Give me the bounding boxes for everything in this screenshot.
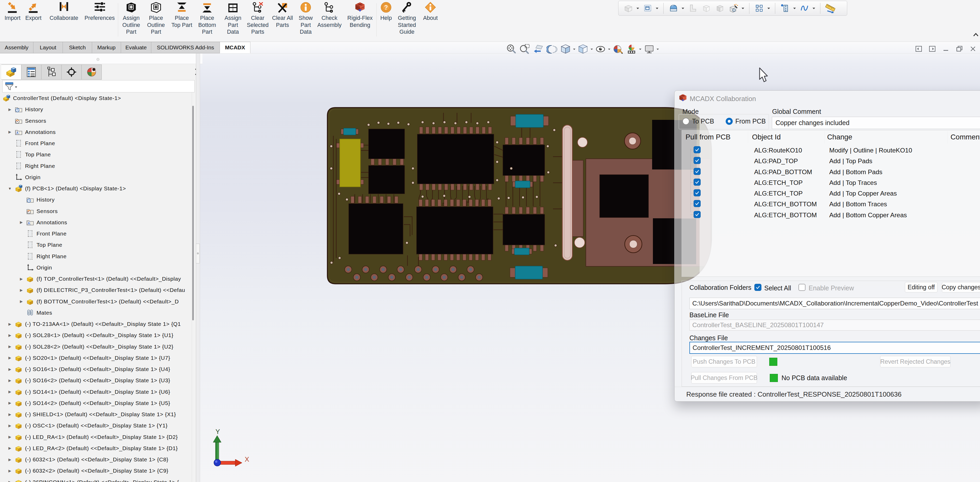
dropdown-caret-icon[interactable]	[572, 44, 576, 54]
column-header-pull-from-pcb[interactable]: Pull from PCB	[686, 133, 731, 141]
tree-item-pcb[interactable]: ▼ (f) PCB<1> (Default) <Display State-1>	[0, 183, 194, 194]
getting-started-guide-button[interactable]: Getting Started Guide	[395, 2, 420, 35]
copy-changes-button[interactable]: Copy changes	[942, 282, 980, 292]
select-all-checkbox[interactable]	[754, 284, 761, 291]
zoom-area-button[interactable]	[519, 44, 530, 54]
about-button[interactable]: About	[419, 2, 442, 22]
tree-expand-arrow[interactable]: ▶	[5, 389, 14, 394]
global-comment-field[interactable]: Copper changes included	[772, 117, 980, 129]
dropdown-caret-icon[interactable]	[654, 3, 660, 13]
tab-layout[interactable]: Layout	[33, 42, 63, 53]
tree-filter-bar[interactable]	[2, 80, 194, 93]
reference-geometry-button[interactable]	[780, 3, 790, 13]
tree-expand-arrow[interactable]: ▶	[5, 130, 14, 134]
restore-button[interactable]	[956, 45, 963, 53]
from-pcb-radio[interactable]: From PCB	[725, 118, 766, 125]
tree-expand-arrow[interactable]: ▼	[5, 187, 14, 191]
tree-expand-arrow[interactable]: ▶	[17, 220, 26, 224]
tree-expand-arrow[interactable]: ▶	[17, 288, 26, 292]
dimxpertmanager-tab[interactable]	[62, 64, 82, 80]
column-header-object-id[interactable]: Object Id	[752, 133, 781, 141]
measure-button[interactable]	[825, 3, 835, 13]
tree-item-dielectric[interactable]: ▶ (f) DIELECTRIC_P3_ControllerTest<1> (D…	[0, 284, 194, 295]
displaymanager-tab[interactable]	[82, 64, 102, 80]
tab-markup[interactable]: Markup	[92, 42, 121, 53]
column-header-change[interactable]: Change	[827, 133, 852, 141]
tree-item-led-ra-2[interactable]: ▶ (-) LED_RA<2> (Default) <<Default>_Dis…	[0, 442, 194, 454]
apply-scene-button[interactable]	[626, 44, 637, 54]
tree-item-pcb-top-plane[interactable]: Top Plane	[0, 239, 194, 251]
place-bottom-part-button[interactable]: Place Bottom Part	[196, 2, 219, 35]
tree-item-root[interactable]: ControllerTest (Default) <Display State-…	[0, 93, 194, 104]
tab-assembly[interactable]: Assembly	[0, 42, 33, 53]
tree-item-bottom-controllertest[interactable]: ▶ (f) BOTTOM_ControllerTest<1> (Default)…	[0, 296, 194, 307]
tree-expand-arrow[interactable]: ▶	[5, 333, 14, 337]
tree-expand-arrow[interactable]: ▶	[5, 378, 14, 383]
tree-item-pcb-annotations[interactable]: ▶ A Annotations	[0, 217, 194, 228]
tree-item-pcb-history[interactable]: History	[0, 194, 194, 205]
pcb-3d-model[interactable]	[327, 105, 713, 286]
tree-expand-arrow[interactable]: ▶	[5, 356, 14, 360]
view-orientation-button[interactable]	[560, 44, 571, 54]
column-header-comment[interactable]: Comment	[951, 133, 980, 141]
tree-item-sensors[interactable]: Sensors	[0, 115, 194, 126]
view-settings-button[interactable]	[644, 44, 654, 54]
edit-component-button[interactable]	[729, 3, 738, 13]
tab-solidworks-add-ins[interactable]: SOLIDWORKS Add-Ins	[151, 42, 220, 53]
tree-item-pcb-right-plane[interactable]: Right Plane	[0, 251, 194, 262]
preferences-button[interactable]: Preferences	[83, 2, 116, 22]
row-checkbox[interactable]	[694, 146, 701, 153]
dropdown-caret-icon[interactable]	[766, 3, 771, 13]
tree-scrollbar-thumb[interactable]	[192, 106, 194, 320]
tree-item-6032-1[interactable]: ▶ (-) 6032<1> (Default) <<Default>_Displ…	[0, 454, 194, 465]
previous-view-button[interactable]	[533, 44, 544, 54]
propertymanager-tab[interactable]	[21, 64, 41, 80]
tree-item-front-plane[interactable]: Front Plane	[0, 137, 194, 149]
change-row[interactable]: ALG:ETCH_TOP Add | Top Traces	[675, 177, 980, 188]
change-row[interactable]: ALG:PAD_BOTTOM Add | Bottom Pads	[675, 166, 980, 177]
export-button[interactable]: Export	[21, 2, 46, 22]
tree-scrollbar-track[interactable]	[192, 93, 192, 482]
pane-next-button[interactable]	[928, 45, 936, 53]
clear-selected-parts-button[interactable]: Clear Selected Parts	[245, 2, 271, 35]
section-view-button[interactable]	[546, 44, 557, 54]
exploded-view-button[interactable]	[702, 3, 711, 13]
row-checkbox[interactable]	[694, 189, 701, 196]
new-document-button[interactable]	[643, 3, 653, 13]
tree-expand-arrow[interactable]: ▶	[5, 458, 14, 462]
tab-mcadx[interactable]: MCADX	[220, 42, 250, 53]
insert-components-button[interactable]	[624, 3, 633, 13]
close-button[interactable]	[969, 45, 977, 53]
tree-expand-arrow[interactable]: ▶	[5, 401, 14, 405]
tree-item-so20-1[interactable]: ▶ (-) SO20<1> (Default) <<Default>_Displ…	[0, 352, 194, 364]
collaborate-button[interactable]: Collaborate	[46, 2, 81, 22]
tree-expand-arrow[interactable]: ▶	[5, 345, 14, 349]
tree-item-shield[interactable]: ▶ (-) SHIELD<1> (Default) <<Default>_Dis…	[0, 409, 194, 420]
dropdown-caret-icon[interactable]	[635, 3, 640, 13]
row-checkbox[interactable]	[694, 200, 701, 207]
tree-item-so14-2[interactable]: ▶ (-) SO14<2> (Default) <<Default>_Displ…	[0, 397, 194, 409]
push-changes-button[interactable]: Push Changes To PCB	[691, 356, 757, 367]
row-checkbox[interactable]	[694, 157, 701, 164]
tree-item-sol28-1[interactable]: ▶ (-) SOL28<1> (Default) <<Default>_Disp…	[0, 329, 194, 341]
dropdown-caret-icon[interactable]	[656, 44, 660, 54]
tree-item-right-plane[interactable]: Right Plane	[0, 160, 194, 172]
curves-button[interactable]	[800, 3, 810, 13]
collapse-ribbon-button[interactable]	[972, 32, 979, 38]
dropdown-caret-icon[interactable]	[607, 44, 611, 54]
panel-splitter-grip[interactable]	[97, 58, 99, 61]
tree-expand-arrow[interactable]: ▶	[5, 446, 14, 450]
tree-item-top-plane[interactable]: Top Plane	[0, 149, 194, 160]
pattern-button[interactable]	[754, 3, 764, 13]
tree-expand-arrow[interactable]: ▶	[5, 107, 14, 112]
place-top-part-button[interactable]: Place Top Part	[168, 2, 196, 29]
filter-funnel-icon[interactable]	[5, 81, 14, 91]
tree-expand-arrow[interactable]: ▶	[5, 412, 14, 417]
assign-part-data-button[interactable]: Assign Part Data	[221, 2, 245, 35]
tree-item-so16-2[interactable]: ▶ (-) SO16<2> (Default) <<Default>_Displ…	[0, 375, 194, 386]
tree-item-pcb-sensors[interactable]: Sensors	[0, 206, 194, 217]
dropdown-caret-icon[interactable]	[740, 3, 746, 13]
minimize-button[interactable]	[942, 45, 950, 53]
featuremanager-design-tree-tab[interactable]	[1, 64, 21, 80]
zoom-fit-button[interactable]	[506, 44, 517, 54]
